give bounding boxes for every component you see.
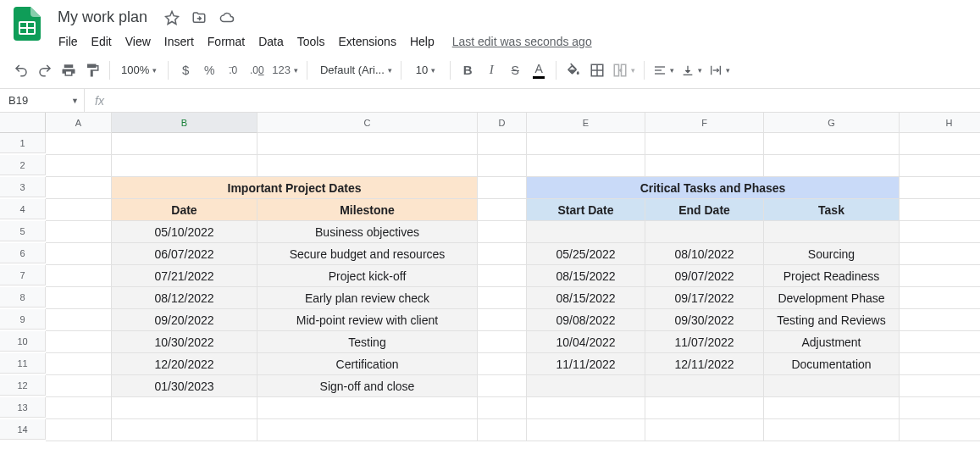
cell[interactable]: 07/21/2022 (112, 265, 257, 287)
cell[interactable]: Documentation (764, 353, 900, 375)
cell[interactable] (900, 419, 980, 441)
col-header-C[interactable]: C (257, 113, 478, 133)
cell[interactable] (46, 419, 112, 441)
cell[interactable] (112, 397, 257, 419)
cell[interactable]: Secure budget and resources (257, 243, 478, 265)
font-size-dropdown[interactable]: 10 (407, 58, 444, 82)
italic-button[interactable]: I (480, 58, 502, 82)
cell[interactable]: Project kick-off (257, 265, 478, 287)
menu-view[interactable]: View (119, 31, 157, 52)
menu-tools[interactable]: Tools (291, 31, 331, 52)
bold-button[interactable]: B (457, 58, 479, 82)
cell[interactable] (645, 397, 764, 419)
star-icon[interactable] (164, 10, 180, 25)
paint-format-button[interactable] (81, 58, 103, 82)
cell[interactable] (900, 243, 980, 265)
move-icon[interactable] (191, 10, 207, 25)
cell[interactable]: Sourcing (764, 243, 900, 265)
row-header[interactable]: 12 (0, 375, 46, 396)
cell[interactable] (900, 265, 980, 287)
cell[interactable] (900, 397, 980, 419)
cell[interactable]: Project Readiness (764, 265, 900, 287)
cell[interactable]: 09/07/2022 (645, 265, 764, 287)
cell[interactable]: Business objectives (257, 221, 478, 243)
cell[interactable]: 08/12/2022 (112, 287, 257, 309)
cell[interactable] (478, 353, 527, 375)
redo-button[interactable] (34, 58, 56, 82)
cell[interactable] (46, 287, 112, 309)
row-header[interactable]: 1 (0, 133, 46, 153)
cell[interactable]: 11/11/2022 (527, 353, 645, 375)
cell[interactable] (46, 155, 112, 177)
cell[interactable] (478, 221, 527, 243)
text-wrap-button[interactable] (706, 58, 733, 82)
percent-button[interactable]: % (198, 58, 220, 82)
cell[interactable] (527, 397, 645, 419)
cell[interactable] (764, 397, 900, 419)
row-header[interactable]: 13 (0, 397, 46, 418)
cell[interactable]: 11/07/2022 (645, 331, 764, 353)
strikethrough-button[interactable]: S (504, 58, 526, 82)
number-format-dropdown[interactable]: 123 (269, 58, 301, 82)
cell[interactable]: 08/10/2022 (645, 243, 764, 265)
horizontal-align-button[interactable] (651, 58, 677, 82)
cell[interactable]: 09/08/2022 (527, 309, 645, 331)
cell[interactable]: 10/30/2022 (112, 331, 257, 353)
cell[interactable] (478, 133, 527, 155)
row-header[interactable]: 14 (0, 419, 46, 440)
cell[interactable] (645, 375, 764, 397)
cell[interactable] (527, 133, 645, 155)
t1-title[interactable]: Important Project Dates (112, 177, 478, 199)
cell[interactable] (478, 155, 527, 177)
cell[interactable]: 05/25/2022 (527, 243, 645, 265)
cell[interactable]: Adjustment (764, 331, 900, 353)
cell[interactable] (900, 309, 980, 331)
cell[interactable]: 10/04/2022 (527, 331, 645, 353)
cell[interactable] (478, 243, 527, 265)
cell[interactable] (764, 419, 900, 441)
cell[interactable] (112, 133, 257, 155)
cell[interactable]: 12/11/2022 (645, 353, 764, 375)
menu-format[interactable]: Format (202, 31, 251, 52)
t2-title[interactable]: Critical Tasks and Phases (527, 177, 900, 199)
cell[interactable]: 08/15/2022 (527, 265, 645, 287)
cell[interactable] (46, 353, 112, 375)
cell[interactable]: Development Phase (764, 287, 900, 309)
merge-cells-button[interactable] (610, 58, 638, 82)
cell[interactable]: 08/15/2022 (527, 287, 645, 309)
cell[interactable] (46, 309, 112, 331)
menu-help[interactable]: Help (404, 31, 440, 52)
col-header-H[interactable]: H (900, 113, 980, 133)
cell[interactable] (46, 243, 112, 265)
cell[interactable] (46, 265, 112, 287)
name-box[interactable]: B19▼ (0, 89, 85, 112)
cell[interactable] (900, 199, 980, 221)
cell[interactable] (900, 331, 980, 353)
cell[interactable]: Testing (257, 331, 478, 353)
col-header-E[interactable]: E (527, 113, 645, 133)
cell[interactable] (478, 199, 527, 221)
cell[interactable] (478, 287, 527, 309)
cell[interactable] (900, 155, 980, 177)
cell[interactable] (645, 155, 764, 177)
row-header[interactable]: 2 (0, 155, 46, 175)
cell[interactable]: 09/17/2022 (645, 287, 764, 309)
cell[interactable] (257, 155, 478, 177)
col-header-G[interactable]: G (764, 113, 900, 133)
cell[interactable] (764, 133, 900, 155)
cell[interactable] (900, 375, 980, 397)
last-edit-link[interactable]: Last edit was seconds ago (452, 35, 592, 48)
row-header[interactable]: 9 (0, 309, 46, 330)
cell[interactable] (112, 155, 257, 177)
cell[interactable] (46, 133, 112, 155)
cell[interactable] (46, 177, 112, 199)
cell[interactable]: Mid-point review with client (257, 309, 478, 331)
menu-insert[interactable]: Insert (158, 31, 200, 52)
print-button[interactable] (58, 58, 80, 82)
row-header[interactable]: 3 (0, 177, 46, 197)
currency-button[interactable]: $ (174, 58, 197, 82)
cell[interactable] (645, 221, 764, 243)
col-header-F[interactable]: F (645, 113, 764, 133)
cell[interactable] (257, 419, 478, 441)
cell[interactable] (527, 419, 645, 441)
